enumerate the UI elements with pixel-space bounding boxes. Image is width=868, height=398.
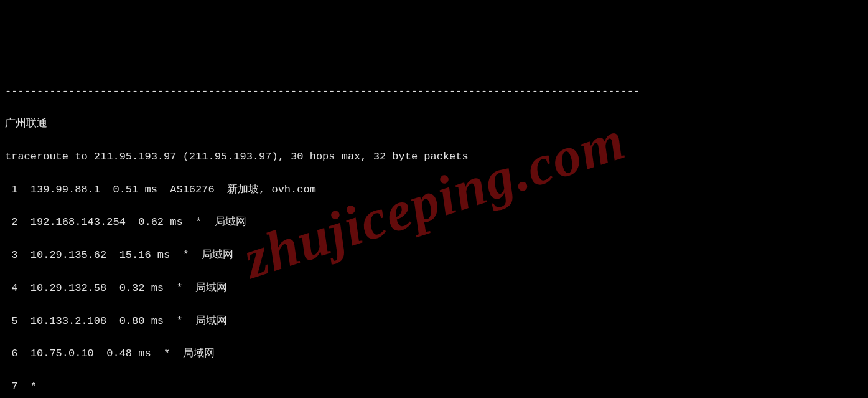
- hop-line: 1 139.99.88.1 0.51 ms AS16276 新加坡, ovh.c…: [5, 182, 863, 198]
- hop-line: 2 192.168.143.254 0.62 ms * 局域网: [5, 214, 863, 230]
- separator-line: ----------------------------------------…: [5, 83, 863, 100]
- hop-line: 7 *: [5, 379, 863, 395]
- terminal-output: ----------------------------------------…: [0, 65, 868, 398]
- location-header: 广州联通: [5, 116, 863, 132]
- traceroute-command-line: traceroute to 211.95.193.97 (211.95.193.…: [5, 149, 863, 165]
- hop-line: 5 10.133.2.108 0.80 ms * 局域网: [5, 313, 863, 329]
- hop-line: 3 10.29.135.62 15.16 ms * 局域网: [5, 247, 863, 263]
- hop-line: 4 10.29.132.58 0.32 ms * 局域网: [5, 280, 863, 296]
- hop-line: 6 10.75.0.10 0.48 ms * 局域网: [5, 346, 863, 362]
